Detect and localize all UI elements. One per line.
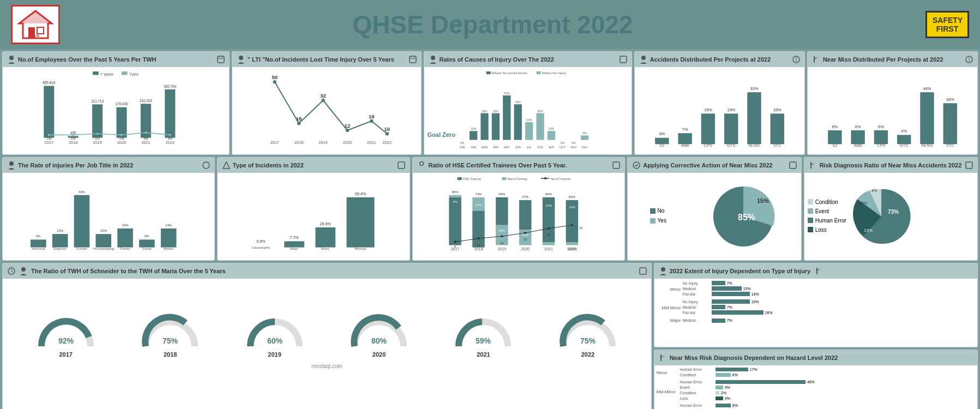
svg-text:5%: 5% [582,131,587,135]
svg-text:135: 135 [71,137,76,140]
svg-rect-196 [449,197,461,245]
svg-marker-1 [19,11,52,23]
svg-text:0%: 0% [572,141,576,145]
svg-point-28 [72,134,74,136]
svg-text:176,030: 176,030 [116,102,128,106]
svg-rect-136 [851,130,864,144]
svg-text:Where No record Errors: Where No record Errors [491,71,527,75]
svg-text:10%: 10% [858,201,867,206]
card-header-near-miss-risk: Near Miss Risk Diagnosis Dependent on Ha… [654,350,977,365]
svg-text:73%: 73% [476,192,483,196]
gauge-2020: 80% 2020 [349,314,409,358]
svg-rect-76 [469,131,477,140]
card-header-lti: " LTI "No.of Incidents Lost Time Injury … [232,52,421,67]
svg-text:OCT: OCT [560,146,566,149]
svg-text:30%: 30% [537,110,543,113]
svg-text:56%: 56% [499,228,506,232]
svg-rect-79 [480,113,488,140]
svg-text:AUG: AUG [537,146,543,149]
svg-text:13%: 13% [864,228,873,233]
injury-extent-body: Minor No Injury 7% Medical 15% [654,279,977,347]
svg-text:6%: 6% [855,124,861,129]
card-header-injury-extent: 2022 Extent of Injury Dependent on Type … [654,263,977,279]
svg-text:4%: 4% [901,129,907,134]
svg-text:Catastrophic: Catastrophic [251,245,270,249]
svg-text:15%: 15% [757,197,769,204]
svg-point-5 [9,56,14,60]
svg-point-30 [96,133,98,135]
svg-rect-69 [486,71,490,74]
card-injury-extent: 2022 Extent of Injury Dependent on Type … [654,263,978,347]
card-body-lti: 50 18 32 12 16 10 2017 2018 2019 2020 20… [232,67,421,154]
svg-text:2021: 2021 [367,140,376,145]
svg-text:HSE Training: HSE Training [463,177,481,181]
svg-rect-217 [519,200,531,230]
svg-text:2019: 2019 [318,140,327,145]
svg-text:2019: 2019 [498,247,507,251]
svg-rect-189 [458,177,462,180]
card-body-risk-diagnosis: Condition Event Human Error Loss [804,173,977,260]
svg-text:6%: 6% [832,124,838,129]
card-hse-trainees: Ratio of HSE Certified Trainees Over Pas… [412,157,625,261]
near-miss-risk-body: Minor Mid Minor Major Human Error 17% Co… [654,365,977,409]
svg-text:26.9%: 26.9% [320,222,331,226]
watermark: mostaql.com [3,363,651,371]
card-body-employees: T WHH TWH 605,819 495 211,713 176,030 21… [3,67,229,154]
svg-text:ماريا: ماريا [32,33,39,38]
svg-text:14%: 14% [165,223,172,227]
svg-text:14: 14 [477,244,480,247]
gauge-row: 92% 2017 75% 2018 60% 201 [3,279,651,363]
svg-text:12: 12 [344,123,350,129]
svg-rect-126 [770,113,784,144]
svg-rect-85 [503,95,510,140]
card-risk-diagnosis: Risk Diagnosis Ratio of Near Miss Accide… [804,157,978,261]
svg-text:211,713: 211,713 [91,99,104,103]
svg-text:DEC: DEC [581,146,587,149]
svg-text:4%: 4% [659,131,665,136]
svg-text:electrical: electrical [32,246,45,250]
svg-text:5%: 5% [36,234,41,238]
svg-point-262 [661,267,665,272]
svg-text:CPS: CPS [877,143,885,148]
card-twh-ratio: The Ratio of TWH of Schneider to the TWH… [2,263,652,409]
page-title: QHSE Department 2022 [60,10,925,39]
card-near-miss-risk: Near Miss Risk Diagnosis Dependent on Ha… [654,350,978,409]
svg-text:16: 16 [501,242,504,245]
svg-rect-156 [52,234,68,247]
svg-text:14%: 14% [122,223,129,227]
svg-point-152 [203,162,209,169]
svg-text:27%: 27% [476,203,483,207]
svg-text:0%: 0% [560,141,564,145]
svg-rect-148 [943,103,957,144]
svg-text:2021: 2021 [141,140,150,145]
svg-text:33%: 33% [946,97,954,102]
svg-rect-203 [473,210,485,247]
svg-text:2019: 2019 [93,140,101,145]
card-header-causes: Rates of Causes of Injury Over The 2022 [424,52,632,67]
card-corrective: Applying Corrective Action of Near Miss … [627,157,801,261]
svg-text:50%: 50% [504,92,510,95]
card-incidents-type: Type of Incidents in 2022 Catastrophic 0… [217,157,411,261]
card-injuries-job: The Rate of injuries Per Job Title in 20… [2,157,215,261]
svg-text:Minor: Minor [321,246,329,250]
svg-text:19%: 19% [773,107,781,112]
svg-rect-162 [95,234,111,247]
svg-text:30%: 30% [492,110,498,113]
svg-text:16%: 16% [569,205,576,209]
row3: The Ratio of TWH of Schneider to the TWH… [0,261,980,409]
svg-rect-133 [828,130,841,144]
svg-text:605,819: 605,819 [43,81,55,85]
card-header-injuries-job: The Rate of injuries Per Job Title in 20… [3,158,214,173]
svg-text:2020: 2020 [521,247,530,251]
svg-text:59%: 59% [476,336,491,345]
svg-text:96%: 96% [452,190,459,194]
card-header-accidents: Accidents Distributed Per Projects at 20… [635,52,804,67]
svg-text:43%: 43% [79,190,86,194]
svg-text:44%: 44% [499,192,506,196]
svg-rect-174 [398,162,405,169]
svg-text:MAY: MAY [504,146,510,149]
svg-point-187 [420,163,423,165]
svg-point-36 [169,134,171,136]
svg-text:2020: 2020 [343,140,352,145]
svg-rect-20 [116,107,127,138]
